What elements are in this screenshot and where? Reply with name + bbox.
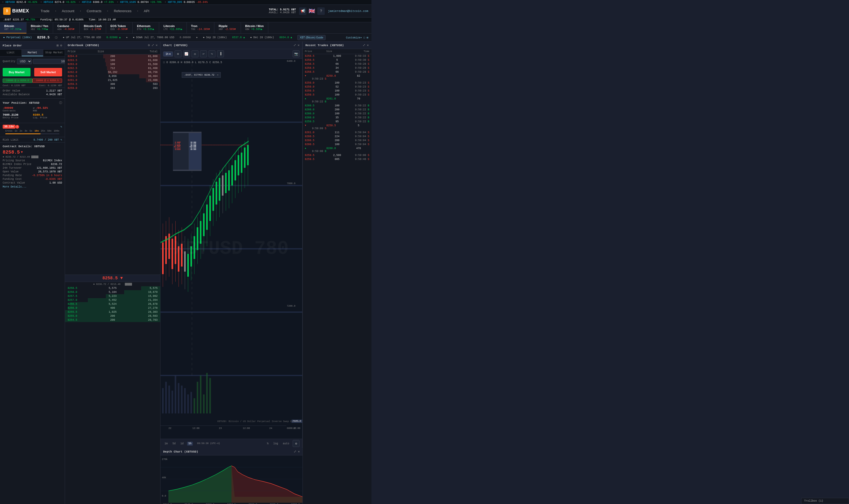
trade-row[interactable]: 8260.5 200 9:59:04 S <box>303 139 372 142</box>
nav-account[interactable]: Account <box>58 7 78 15</box>
ask-row[interactable]: 8264.0 200 81,868 <box>65 54 160 58</box>
more-details-link[interactable]: More Details... <box>3 185 26 188</box>
trade-row[interactable]: 8258.5 1,000 9:59:33 S <box>303 54 372 58</box>
trade-row[interactable]: 8260.5 100 9:59:22 B <box>303 104 372 108</box>
nav-contracts[interactable]: Contracts <box>83 7 105 15</box>
announce-icon[interactable]: 📢 <box>299 7 306 15</box>
nav-api[interactable]: API <box>140 7 153 15</box>
language-flag[interactable]: 🇬🇧 <box>309 8 315 14</box>
settings-icon[interactable]: ⚙ <box>60 43 62 48</box>
logo[interactable]: ₿ BitMEX <box>3 7 29 15</box>
trade-row[interactable]: 8258.5 34 9:59:28 S <box>303 66 372 70</box>
bid-row[interactable]: 8256.5 5,524 26,878 <box>65 302 160 306</box>
chart-indicators-icon[interactable]: 📈 <box>183 50 190 57</box>
inst-tab-bitcoin-cash[interactable]: Bitcoin Cash BCH -1.27%▼ <box>79 22 106 33</box>
help-icon[interactable]: ? <box>317 7 325 15</box>
inst-tab-ripple[interactable]: Ripple XRP -2.56%▼ <box>214 22 241 33</box>
chart-camera-icon[interactable]: 📷 <box>293 50 300 57</box>
time-1m[interactable]: 1m <box>163 442 169 446</box>
chart-undo-icon[interactable]: ↩ <box>200 50 207 57</box>
bid-row[interactable]: 8257.0 5,452 21,354 <box>65 298 160 302</box>
chart-close-icon[interactable]: ✕ <box>298 43 300 47</box>
trade-row[interactable]: 8260.0 200 9:59:22 B <box>303 108 372 112</box>
warning-icon[interactable]: ! <box>15 125 19 129</box>
chart-settings-bottom-icon[interactable]: ⚙ <box>293 440 300 447</box>
bid-row[interactable]: 8255.0 200 28,503 <box>65 314 160 318</box>
buy-market-button[interactable]: Buy Market <box>3 68 31 76</box>
ask-row[interactable]: 8259.0 283 283 <box>65 86 160 90</box>
inst-tab-eos[interactable]: EOS Token EOS -0.56%▼ <box>106 22 133 33</box>
ask-row[interactable]: 8262.0 50,292 80,756 <box>65 70 160 74</box>
trade-row[interactable]: 8258.5 5 9:59:30 S <box>303 58 372 62</box>
depth-close-icon[interactable]: ✕ <box>298 450 300 454</box>
ask-row[interactable]: 8261.0 21,825 22,408 <box>65 78 160 82</box>
ask-row[interactable]: 8263.5 100 81,668 <box>65 58 160 62</box>
table-icon[interactable]: ⊞ <box>57 43 59 48</box>
chart-bar-icon[interactable]: ▐ <box>217 50 224 57</box>
up-info-icon[interactable]: ● <box>126 36 128 39</box>
bid-row[interactable]: 8256.0 400 27,278 <box>65 306 160 310</box>
chart-compare-icon[interactable]: ⚖ <box>192 50 198 57</box>
trade-row[interactable]: 8258.5 66 9:59:28 S <box>303 62 372 66</box>
user-email[interactable]: jamieredman@bitcoin.com <box>328 10 368 13</box>
time-5h[interactable]: 5h <box>187 442 193 446</box>
ask-row[interactable]: 8259.5 300 583 <box>65 82 160 86</box>
ask-row[interactable]: 8262.5 712 81,468 <box>65 66 160 70</box>
tab-stop-market[interactable]: Stop Market <box>43 50 65 56</box>
orderbook-expand-icon[interactable]: ⤢ <box>151 43 154 47</box>
bid-row[interactable]: 8257.5 5,223 15,902 <box>65 294 160 298</box>
depth-expand-icon[interactable]: ⤢ <box>294 450 296 454</box>
trade-row[interactable]: 8261.0 111 9:59:04 S <box>303 130 372 134</box>
bid-row[interactable]: 8255.5 1,025 28,303 <box>65 310 160 314</box>
bid-row[interactable]: 8258.0 5,104 10,679 <box>65 290 160 294</box>
inst-tab-tron[interactable]: Tron TRX -14.38%▼ <box>187 22 214 33</box>
chart-auto-btn[interactable]: auto <box>282 442 290 446</box>
time-1d[interactable]: 1d <box>179 442 185 446</box>
time-5d[interactable]: 5d <box>171 442 177 446</box>
orderbook-settings-icon[interactable]: ⚙ <box>148 43 150 47</box>
currency-select[interactable]: USD <box>17 59 32 64</box>
trade-row[interactable]: 8259.5 95 9:59:22 B <box>303 120 372 124</box>
tab-market[interactable]: Market <box>22 50 43 56</box>
trade-row[interactable]: ▼ 8259.5 5 9:59:09 S <box>303 124 372 130</box>
chart-log-btn[interactable]: log <box>272 442 279 446</box>
ticker-item-xbt7d-u105[interactable]: XBT7D_U105 0.00704 +28.70% <box>120 1 161 4</box>
inst-tab-bitcoin-won[interactable]: Bitcoin / Won XBK +6.56%▲ <box>241 22 268 33</box>
customize-button[interactable]: Customize▾ □ ⊞ <box>346 36 368 39</box>
inst-tab-litecoin[interactable]: Litecoin LTC +11.60%▲ <box>159 22 187 33</box>
trade-row[interactable]: 8259.0 100 9:59:23 S <box>303 81 372 85</box>
orderbook-close-icon[interactable]: ✕ <box>156 43 158 47</box>
inst-tab-ethereum[interactable]: Ethereum ETH +3.53%▲ <box>133 22 159 33</box>
tab-limit[interactable]: Limit <box>0 50 22 56</box>
timeframe-1h-button[interactable]: 1h ▾ <box>163 52 173 56</box>
edit-leverage-icon[interactable]: ✎ <box>60 125 62 128</box>
ticker-item-xbt7d-d95[interactable]: XBT7D_D95 0.00035 -85.04% <box>168 1 207 4</box>
trade-row[interactable]: 8258.5 66 9:59:28 S <box>303 70 372 74</box>
trade-row[interactable]: 8259.5 2,500 9:59:00 S <box>303 153 372 157</box>
bid-row[interactable]: 8254.5 200 28,703 <box>65 318 160 322</box>
chart-redo-icon[interactable]: ↪ <box>209 50 215 57</box>
nav-references[interactable]: References <box>110 7 135 15</box>
trade-row[interactable]: 8259.5 100 9:59:23 S <box>303 93 372 97</box>
position-info-icon[interactable]: ⓘ <box>59 101 62 105</box>
chart-percent-btn[interactable]: % <box>266 442 270 446</box>
trades-close-icon[interactable]: ✕ <box>367 43 369 47</box>
trade-row[interactable]: 8260.0 35 9:59:22 B <box>303 116 372 120</box>
sell-market-button[interactable]: Sell Market <box>34 68 62 76</box>
trade-row[interactable]: 8259.0 52 9:59:23 S <box>303 85 372 89</box>
leverage-slider[interactable] <box>5 133 59 134</box>
chart-settings-icon[interactable]: ⚙ <box>175 50 181 57</box>
trade-row[interactable]: 8260.5 100 9:59:04 S <box>303 142 372 146</box>
quantity-input[interactable] <box>33 59 65 64</box>
trade-row[interactable]: 8259.5 805 9:58:46 S <box>303 157 372 161</box>
risk-value[interactable]: 9.7400 / 200 XBT ✎ <box>33 138 62 141</box>
trade-row[interactable]: ▲ 8260.0 476 9:59:00 B <box>303 146 372 153</box>
chart-expand-icon[interactable]: ⤢ <box>293 43 296 47</box>
inst-tab-cardano[interactable]: Cardano ADA -4.98%▼ <box>53 22 79 33</box>
trade-row[interactable]: 8260.5 224 9:59:04 S <box>303 134 372 139</box>
guide-button[interactable]: XBT (Bitcoin) Guide <box>297 35 326 40</box>
trade-row[interactable]: ▲ 8261.0 70 9:59:22 B <box>303 97 372 104</box>
perp-info-icon[interactable]: ⓘ <box>55 36 58 39</box>
trades-expand-icon[interactable]: ⤢ <box>363 43 365 47</box>
trade-row[interactable]: 8259.5 100 9:59:23 S <box>303 89 372 93</box>
